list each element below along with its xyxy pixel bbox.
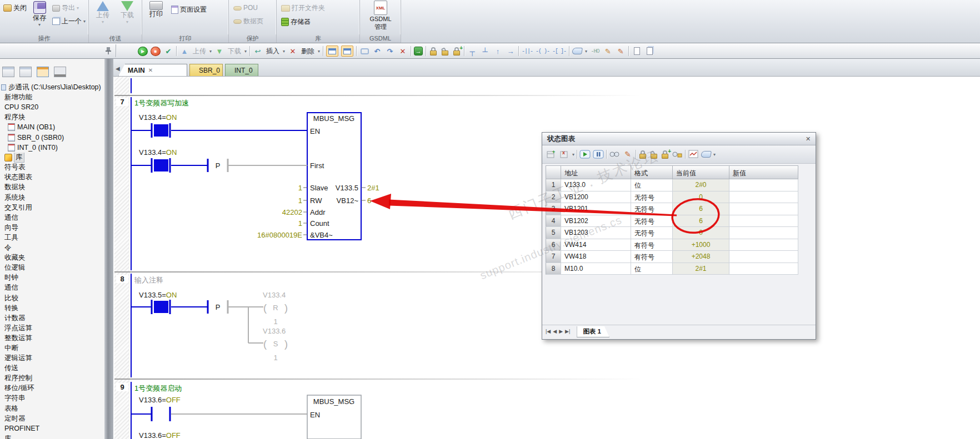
new-value-cell[interactable] xyxy=(729,215,798,228)
network-comment[interactable]: 输入注释 xyxy=(134,275,163,285)
status-view-icon[interactable] xyxy=(37,67,49,77)
chevron-down-icon[interactable]: ▾ xyxy=(572,152,574,157)
current-value-cell[interactable]: 0 xyxy=(673,227,729,239)
contact-operand[interactable]: V133.4=ON xyxy=(139,148,177,157)
contact-operand[interactable]: V133.6=OFF xyxy=(139,396,181,404)
program-status-toggle[interactable] xyxy=(326,46,338,57)
run-button[interactable]: ▶ xyxy=(138,47,148,56)
new-value-cell[interactable] xyxy=(729,227,798,239)
format-cell[interactable]: 无符号 xyxy=(631,227,673,239)
undo-icon[interactable]: ↶ xyxy=(372,46,382,57)
prev-chart-icon[interactable]: ◀ xyxy=(553,326,557,336)
tree-item[interactable]: 传送 xyxy=(0,364,104,374)
open-folder-button[interactable]: 打开文件夹 xyxy=(281,4,325,12)
branch-down-icon[interactable]: ┴ xyxy=(480,46,490,57)
tree-item[interactable]: 通信 xyxy=(0,283,104,293)
new-value-cell[interactable] xyxy=(729,191,798,204)
new-value-cell[interactable] xyxy=(729,239,798,251)
chart-view-icon[interactable] xyxy=(19,67,32,77)
format-cell[interactable]: 无符号 xyxy=(631,191,673,204)
contact-operand[interactable]: V133.5=ON xyxy=(139,291,177,299)
tree-item[interactable]: 字符串 xyxy=(0,393,104,403)
line-right-icon[interactable]: → xyxy=(506,46,516,57)
insert-label[interactable]: 插入 xyxy=(266,47,279,56)
tree-item[interactable]: 程序控制 xyxy=(0,374,104,384)
tree-item[interactable]: 逻辑运算 xyxy=(0,354,104,364)
delete-chart-icon[interactable]: x xyxy=(559,149,570,160)
insert-icon[interactable]: ↩ xyxy=(253,46,263,57)
pin-icon[interactable] xyxy=(104,46,112,55)
lock-add-icon[interactable]: + xyxy=(661,149,669,159)
stop-button[interactable]: ■ xyxy=(151,47,161,56)
tree-item[interactable]: 通信 xyxy=(0,213,104,223)
network-number[interactable]: 9 xyxy=(116,383,128,391)
tree-item[interactable]: 时钟 xyxy=(0,273,104,283)
address-cell[interactable]: M10.0 xyxy=(561,263,631,275)
chart-status-toggle[interactable] xyxy=(341,46,353,57)
current-value-cell[interactable]: 6 xyxy=(673,203,729,215)
tree-item[interactable]: 库 xyxy=(0,433,104,439)
pause-icon[interactable] xyxy=(593,149,604,160)
new-value-cell[interactable] xyxy=(729,179,798,191)
branch-up-icon[interactable]: ┬ xyxy=(467,46,477,57)
close-tab-icon[interactable]: ✕ xyxy=(148,67,153,73)
tree-item[interactable]: 程序块 xyxy=(0,112,104,122)
trend-view-icon[interactable] xyxy=(688,149,699,160)
find-lock-icon[interactable] xyxy=(672,149,683,160)
lock-icon[interactable] xyxy=(429,46,438,56)
contact-operand[interactable]: V133.6=OFF xyxy=(139,431,181,439)
tree-item[interactable]: 交叉引用 xyxy=(0,203,104,213)
current-value-cell[interactable]: 2#1 xyxy=(673,263,729,275)
document-icon[interactable] xyxy=(632,46,642,57)
monitor-view-icon[interactable] xyxy=(54,67,66,77)
address-tag-icon[interactable] xyxy=(572,48,583,54)
tree-item[interactable]: 状态图表 xyxy=(0,173,104,183)
chevron-down-icon[interactable]: ▾ xyxy=(713,152,716,157)
gsdml-manage-button[interactable]: XML GSDML 管理 xyxy=(370,1,391,31)
tree-item[interactable]: 步通讯 (C:\Users\Jia\Desktop) xyxy=(0,82,104,92)
export-button[interactable]: 导出 ▾ xyxy=(52,4,79,12)
tree-item[interactable]: 符号表 xyxy=(0,163,104,173)
lock-add-icon[interactable]: + xyxy=(452,46,461,56)
tree-item[interactable]: SBR_0 (SBR0) xyxy=(0,132,104,142)
format-cell[interactable]: 有符号 xyxy=(631,239,673,251)
insert-contact-icon[interactable]: -||- xyxy=(522,46,533,57)
tree-item[interactable]: 工具 xyxy=(0,233,104,243)
address-cell[interactable]: VB1203 xyxy=(561,227,631,239)
delete-icon[interactable]: ✕ xyxy=(288,46,298,57)
tree-item[interactable]: 比较 xyxy=(0,293,104,303)
contact-operand[interactable]: V133.4=ON xyxy=(139,113,177,122)
network-number[interactable]: 8 xyxy=(116,275,128,283)
tree-item[interactable]: CPU SR20 xyxy=(0,102,104,112)
tree-item[interactable]: 位逻辑 xyxy=(0,263,104,273)
tab-scroll-left-icon[interactable]: ◀ xyxy=(116,65,120,72)
format-cell[interactable]: 有符号 xyxy=(631,251,673,263)
compile-button[interactable]: ✔ xyxy=(163,46,173,57)
tab-main[interactable]: MAIN ✕ xyxy=(118,64,187,76)
tree-item[interactable]: 计数器 xyxy=(0,313,104,323)
address-tag-icon[interactable] xyxy=(701,151,712,158)
lock-icon[interactable] xyxy=(638,149,647,159)
tree-item[interactable]: INT_0 (INT0) xyxy=(0,143,104,153)
chevron-down-icon[interactable]: ▾ xyxy=(318,49,320,54)
goto-icon[interactable]: → xyxy=(414,47,423,55)
unlock-icon[interactable] xyxy=(441,46,449,56)
chevron-down-icon[interactable]: ▾ xyxy=(244,49,247,54)
address-readout-icon[interactable]: -HO xyxy=(590,46,600,57)
chevron-down-icon[interactable]: ▾ xyxy=(283,49,285,54)
selection-box-icon[interactable] xyxy=(359,46,369,57)
new-value-cell[interactable] xyxy=(729,203,798,215)
download-button-small[interactable]: ▼ xyxy=(214,46,224,57)
tab-int0[interactable]: INT_0 xyxy=(225,64,258,76)
network-comment[interactable]: 1号变频器写加速 xyxy=(134,98,189,108)
upload-button-small[interactable]: ▲ xyxy=(179,46,189,57)
tree-item[interactable]: 系统块 xyxy=(0,193,104,203)
coil-operand[interactable]: V133.6 xyxy=(263,327,286,335)
address-cell[interactable]: VB1200 xyxy=(561,191,631,204)
table-view-icon[interactable] xyxy=(2,67,14,77)
chart-tab[interactable]: 图表 1 xyxy=(577,326,609,337)
add-chart-icon[interactable]: + xyxy=(546,149,557,160)
close-window-icon[interactable]: ✕ xyxy=(803,134,813,143)
next-chart-icon[interactable]: ▶ xyxy=(559,326,563,336)
address-cell[interactable]: VW414 xyxy=(561,239,631,251)
